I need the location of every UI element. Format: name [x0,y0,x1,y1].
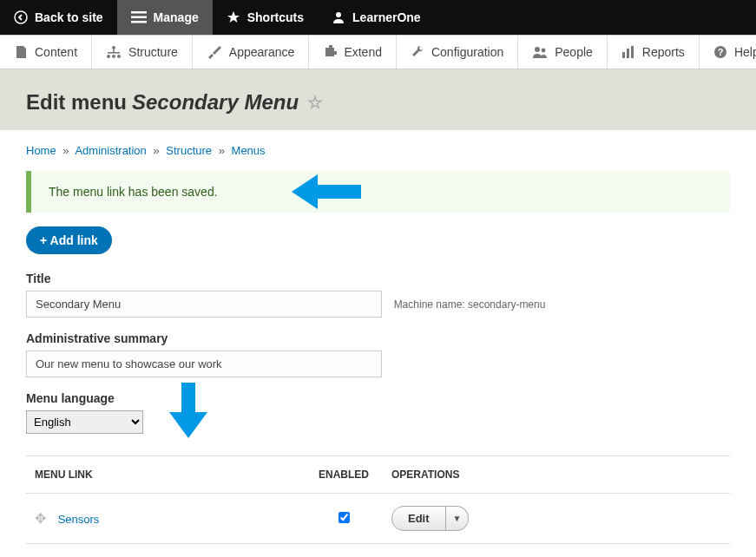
breadcrumb-admin[interactable]: Administration [75,144,146,157]
machine-name-value: secondary-menu [468,298,545,311]
svg-rect-19 [181,383,195,414]
admin-menu: Content Structure Appearance Extend Conf… [0,35,756,69]
status-message: The menu link has been saved. [26,171,730,213]
menu-structure-label: Structure [128,45,178,59]
menu-reports-label: Reports [642,45,685,59]
breadcrumb-home[interactable]: Home [26,144,56,157]
content-region: Home » Administration » Structure » Menu… [0,130,756,557]
language-label: Menu language [26,391,143,405]
breadcrumb-menus[interactable]: Menus [232,144,266,157]
menu-link-title[interactable]: Sensors [58,513,100,526]
reports-icon [621,45,635,59]
menu-help-label: Help [734,45,756,59]
col-operations: OPERATIONS [383,456,730,494]
toolbar: Back to site Manage Shortcuts LearnerOne [0,0,756,35]
svg-text:?: ? [718,47,724,57]
favorite-star-icon[interactable]: ☆ [307,92,323,113]
extend-icon [323,45,337,59]
user-icon [332,10,345,24]
edit-button[interactable]: Edit [391,506,446,531]
menu-configuration-label: Configuration [431,45,503,59]
language-row: Menu language English [26,391,730,438]
menu-links-table: MENU LINK ENABLED OPERATIONS ✥ Sensors E… [26,455,730,544]
svg-point-4 [336,12,341,17]
col-menu-link: MENU LINK [26,456,305,494]
page-header: Edit menu Secondary Menu ☆ [0,69,756,130]
svg-point-0 [15,11,27,23]
hamburger-icon [131,11,147,23]
breadcrumb-sep: » [62,144,69,157]
summary-input[interactable] [26,351,382,377]
svg-point-11 [535,47,540,52]
svg-point-8 [107,55,110,58]
breadcrumb-structure[interactable]: Structure [166,144,212,157]
page-title: Edit menu Secondary Menu ☆ [26,90,730,115]
title-prefix: Edit menu [26,90,127,115]
svg-point-10 [117,55,121,58]
menu-structure[interactable]: Structure [92,36,193,69]
menu-reports[interactable]: Reports [608,36,700,69]
title-label: Title [26,272,730,285]
breadcrumb: Home » Administration » Structure » Menu… [26,144,730,157]
title-input[interactable] [26,291,382,318]
svg-rect-14 [627,49,629,58]
add-link-button[interactable]: + Add link [26,226,112,254]
svg-point-5 [112,46,115,49]
people-icon [532,45,548,59]
structure-icon [106,45,122,59]
breadcrumb-sep: » [219,144,225,157]
back-label: Back to site [35,10,103,24]
summary-row: Administrative summary [26,331,730,377]
breadcrumb-sep: » [153,144,159,157]
operations-dropbutton: Edit ▼ [391,506,469,531]
help-icon: ? [713,45,727,59]
col-enabled: ENABLED [305,456,383,494]
menu-people-label: People [555,45,593,59]
menu-help[interactable]: ? Help [700,36,756,69]
status-message-text: The menu link has been saved. [49,185,218,199]
shortcuts-button[interactable]: Shortcuts [213,0,318,35]
menu-people[interactable]: People [518,36,608,69]
svg-rect-3 [131,21,147,23]
menu-appearance-label: Appearance [229,45,295,59]
machine-name-label: Machine name: [394,298,465,311]
configuration-icon [411,45,424,59]
annotation-arrow-icon [292,174,361,209]
menu-appearance[interactable]: Appearance [193,36,310,69]
enabled-checkbox[interactable] [339,512,350,523]
manage-button[interactable]: Manage [117,0,213,35]
drag-handle-icon[interactable]: ✥ [35,511,46,526]
menu-content[interactable]: Content [0,36,92,69]
star-icon [227,10,240,24]
title-row: Title Machine name: secondary-menu [26,272,730,318]
menu-extend-label: Extend [344,45,382,59]
annotation-arrow-down-icon [169,383,207,438]
machine-name: Machine name: secondary-menu [394,298,546,311]
user-button[interactable]: LearnerOne [318,0,435,35]
dropdown-toggle[interactable]: ▼ [446,506,470,531]
svg-rect-18 [318,185,361,199]
appearance-icon [207,45,222,59]
svg-rect-2 [131,16,147,19]
svg-rect-7 [108,52,120,54]
menu-extend[interactable]: Extend [309,36,397,69]
manage-label: Manage [154,10,199,24]
shortcuts-label: Shortcuts [247,10,304,24]
content-icon [14,45,28,59]
back-to-site-button[interactable]: Back to site [0,0,117,35]
menu-content-label: Content [35,45,77,59]
back-icon [14,10,28,24]
svg-point-12 [542,49,546,53]
language-select[interactable]: English [26,410,143,434]
user-label: LearnerOne [352,10,421,24]
svg-rect-1 [131,11,147,14]
menu-configuration[interactable]: Configuration [397,36,518,69]
table-row: ✥ Sensors Edit ▼ [26,494,730,544]
svg-point-9 [112,55,115,58]
summary-label: Administrative summary [26,331,730,345]
svg-rect-15 [631,46,634,58]
svg-rect-13 [622,52,625,58]
title-name: Secondary Menu [132,90,299,115]
